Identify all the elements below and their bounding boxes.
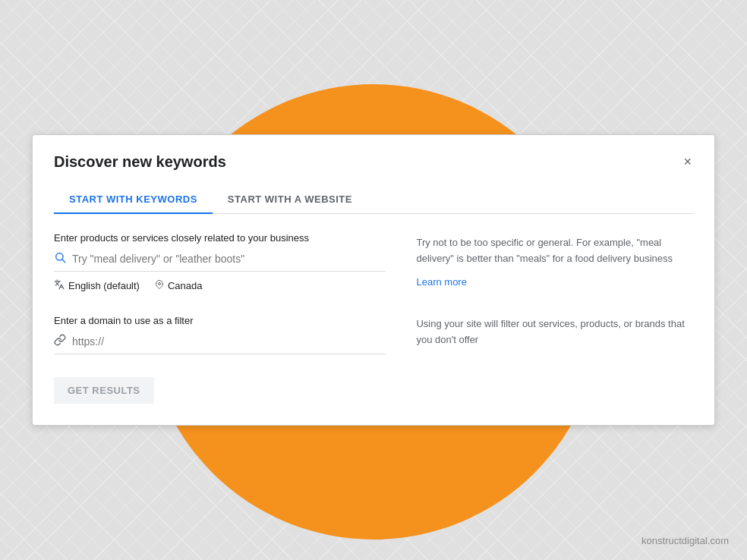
domain-section: Enter a domain to use as a filter — [54, 315, 386, 354]
keyword-search-group — [54, 251, 386, 272]
keyword-search-input[interactable] — [72, 253, 386, 265]
left-panel: Enter products or services closely relat… — [54, 232, 386, 404]
modal-header: Discover new keywords × — [54, 153, 693, 171]
location-icon — [155, 279, 164, 292]
discover-keywords-modal: Discover new keywords × START WITH KEYWO… — [32, 134, 715, 426]
get-results-button[interactable]: GET RESULTS — [54, 377, 154, 404]
domain-label: Enter a domain to use as a filter — [54, 315, 386, 326]
tip2-text: Using your site will filter out services… — [416, 316, 693, 348]
locale-row: English (default) Canada — [54, 279, 386, 292]
language-icon — [54, 279, 65, 292]
svg-line-1 — [62, 260, 65, 263]
tab-start-with-website[interactable]: START WITH A WEBSITE — [213, 186, 367, 214]
location-item: Canada — [155, 279, 203, 292]
watermark: konstructdigital.com — [641, 535, 729, 546]
domain-input[interactable] — [72, 335, 386, 348]
domain-input-group — [54, 334, 386, 354]
language-value: English (default) — [68, 280, 140, 291]
modal-title: Discover new keywords — [54, 153, 226, 171]
search-icon — [54, 251, 66, 266]
language-item: English (default) — [54, 279, 140, 292]
tab-bar: START WITH KEYWORDS START WITH A WEBSITE — [54, 186, 693, 214]
tip1-text: Try not to be too specific or general. F… — [416, 235, 693, 267]
learn-more-link[interactable]: Learn more — [416, 276, 466, 288]
tab-start-with-keywords[interactable]: START WITH KEYWORDS — [54, 186, 213, 214]
products-label: Enter products or services closely relat… — [54, 232, 386, 244]
right-panel: Try not to be too specific or general. F… — [416, 232, 693, 404]
link-icon — [54, 334, 66, 349]
location-value: Canada — [168, 280, 203, 291]
content-area: Enter products or services closely relat… — [54, 232, 693, 404]
close-button[interactable]: × — [682, 153, 693, 170]
svg-point-2 — [158, 283, 160, 285]
